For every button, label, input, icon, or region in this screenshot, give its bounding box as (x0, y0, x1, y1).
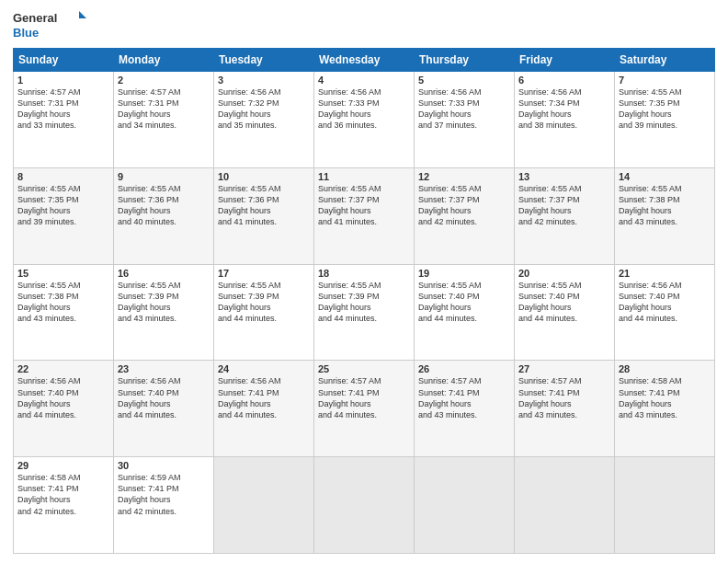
day-number: 29 (17, 460, 109, 471)
day-info: Sunrise: 4:56 AM Sunset: 7:34 PM Dayligh… (518, 86, 610, 132)
table-cell: 23 Sunrise: 4:56 AM Sunset: 7:40 PM Dayl… (114, 361, 214, 457)
day-number: 21 (619, 268, 711, 279)
svg-text:Blue: Blue (13, 26, 39, 40)
day-info: Sunrise: 4:55 AM Sunset: 7:37 PM Dayligh… (418, 183, 510, 228)
table-cell: 4 Sunrise: 4:56 AM Sunset: 7:33 PM Dayli… (314, 72, 415, 168)
day-info: Sunrise: 4:55 AM Sunset: 7:37 PM Dayligh… (318, 183, 410, 228)
day-info: Sunrise: 4:58 AM Sunset: 7:41 PM Dayligh… (619, 375, 711, 420)
table-cell: 14 Sunrise: 4:55 AM Sunset: 7:38 PM Dayl… (615, 167, 715, 264)
day-number: 4 (318, 75, 410, 86)
day-number: 13 (518, 171, 610, 182)
day-info: Sunrise: 4:55 AM Sunset: 7:36 PM Dayligh… (118, 183, 210, 228)
table-cell: 8 Sunrise: 4:55 AM Sunset: 7:35 PM Dayli… (14, 167, 114, 264)
table-cell: 6 Sunrise: 4:56 AM Sunset: 7:34 PM Dayli… (515, 72, 615, 168)
table-cell (314, 457, 415, 554)
day-info: Sunrise: 4:56 AM Sunset: 7:40 PM Dayligh… (118, 375, 210, 420)
day-info: Sunrise: 4:55 AM Sunset: 7:35 PM Dayligh… (17, 183, 109, 228)
table-cell: 10 Sunrise: 4:55 AM Sunset: 7:36 PM Dayl… (214, 167, 314, 264)
day-number: 10 (218, 171, 310, 182)
day-info: Sunrise: 4:56 AM Sunset: 7:32 PM Dayligh… (218, 86, 310, 132)
day-number: 9 (118, 171, 210, 182)
day-number: 25 (318, 363, 410, 374)
day-info: Sunrise: 4:55 AM Sunset: 7:39 PM Dayligh… (318, 280, 410, 325)
day-number: 17 (218, 268, 310, 279)
day-info: Sunrise: 4:55 AM Sunset: 7:40 PM Dayligh… (518, 280, 610, 325)
day-number: 27 (518, 363, 610, 374)
day-number: 16 (118, 268, 210, 279)
table-cell: 26 Sunrise: 4:57 AM Sunset: 7:41 PM Dayl… (415, 361, 515, 457)
page: General Blue Sunday Monday Tuesday Wedne… (0, 0, 728, 563)
table-cell (415, 457, 515, 554)
day-info: Sunrise: 4:56 AM Sunset: 7:40 PM Dayligh… (17, 375, 109, 420)
table-cell: 18 Sunrise: 4:55 AM Sunset: 7:39 PM Dayl… (314, 264, 415, 361)
table-cell: 16 Sunrise: 4:55 AM Sunset: 7:39 PM Dayl… (114, 264, 214, 361)
day-info: Sunrise: 4:57 AM Sunset: 7:41 PM Dayligh… (418, 375, 510, 420)
day-number: 15 (17, 268, 109, 279)
day-number: 14 (619, 171, 711, 182)
day-number: 6 (518, 75, 610, 86)
day-number: 8 (17, 171, 109, 182)
day-info: Sunrise: 4:57 AM Sunset: 7:31 PM Dayligh… (118, 86, 210, 132)
day-number: 12 (418, 171, 510, 182)
table-cell: 27 Sunrise: 4:57 AM Sunset: 7:41 PM Dayl… (515, 361, 615, 457)
calendar-table: Sunday Monday Tuesday Wednesday Thursday… (13, 48, 715, 554)
day-info: Sunrise: 4:57 AM Sunset: 7:41 PM Dayligh… (318, 375, 410, 420)
col-monday: Monday (114, 49, 214, 72)
day-number: 28 (619, 363, 711, 374)
table-cell: 1 Sunrise: 4:57 AM Sunset: 7:31 PM Dayli… (14, 72, 114, 168)
col-thursday: Thursday (415, 49, 515, 72)
day-info: Sunrise: 4:55 AM Sunset: 7:39 PM Dayligh… (118, 280, 210, 325)
day-info: Sunrise: 4:55 AM Sunset: 7:38 PM Dayligh… (619, 183, 711, 228)
table-cell: 9 Sunrise: 4:55 AM Sunset: 7:36 PM Dayli… (114, 167, 214, 264)
day-info: Sunrise: 4:55 AM Sunset: 7:40 PM Dayligh… (418, 280, 510, 325)
table-cell: 7 Sunrise: 4:55 AM Sunset: 7:35 PM Dayli… (615, 72, 715, 168)
day-info: Sunrise: 4:59 AM Sunset: 7:41 PM Dayligh… (118, 472, 210, 517)
svg-marker-1 (79, 11, 86, 18)
day-info: Sunrise: 4:57 AM Sunset: 7:31 PM Dayligh… (17, 86, 109, 132)
day-number: 19 (418, 268, 510, 279)
day-number: 24 (218, 363, 310, 374)
day-info: Sunrise: 4:55 AM Sunset: 7:37 PM Dayligh… (518, 183, 610, 228)
col-tuesday: Tuesday (214, 49, 314, 72)
table-cell: 30 Sunrise: 4:59 AM Sunset: 7:41 PM Dayl… (114, 457, 214, 554)
day-info: Sunrise: 4:57 AM Sunset: 7:41 PM Dayligh… (518, 375, 610, 420)
day-number: 3 (218, 75, 310, 86)
day-number: 20 (518, 268, 610, 279)
day-number: 30 (118, 460, 210, 471)
day-number: 7 (619, 75, 711, 86)
col-friday: Friday (515, 49, 615, 72)
day-number: 5 (418, 75, 510, 86)
day-number: 22 (17, 363, 109, 374)
generalblue-icon: General Blue (13, 9, 86, 42)
table-cell: 2 Sunrise: 4:57 AM Sunset: 7:31 PM Dayli… (114, 72, 214, 168)
table-cell: 11 Sunrise: 4:55 AM Sunset: 7:37 PM Dayl… (314, 167, 415, 264)
svg-text:General: General (13, 11, 57, 25)
day-number: 23 (118, 363, 210, 374)
day-number: 26 (418, 363, 510, 374)
table-cell: 29 Sunrise: 4:58 AM Sunset: 7:41 PM Dayl… (14, 457, 114, 554)
day-info: Sunrise: 4:56 AM Sunset: 7:33 PM Dayligh… (318, 86, 410, 132)
day-info: Sunrise: 4:56 AM Sunset: 7:40 PM Dayligh… (619, 280, 711, 325)
header: General Blue (13, 9, 715, 42)
table-cell: 15 Sunrise: 4:55 AM Sunset: 7:38 PM Dayl… (14, 264, 114, 361)
day-number: 1 (17, 75, 109, 86)
table-cell: 17 Sunrise: 4:55 AM Sunset: 7:39 PM Dayl… (214, 264, 314, 361)
col-sunday: Sunday (14, 49, 114, 72)
table-cell: 28 Sunrise: 4:58 AM Sunset: 7:41 PM Dayl… (615, 361, 715, 457)
day-info: Sunrise: 4:58 AM Sunset: 7:41 PM Dayligh… (17, 472, 109, 517)
logo: General Blue (13, 9, 86, 42)
table-cell: 20 Sunrise: 4:55 AM Sunset: 7:40 PM Dayl… (515, 264, 615, 361)
table-cell (214, 457, 314, 554)
table-cell (515, 457, 615, 554)
table-cell: 5 Sunrise: 4:56 AM Sunset: 7:33 PM Dayli… (415, 72, 515, 168)
table-cell: 19 Sunrise: 4:55 AM Sunset: 7:40 PM Dayl… (415, 264, 515, 361)
day-info: Sunrise: 4:55 AM Sunset: 7:38 PM Dayligh… (17, 280, 109, 325)
day-number: 2 (118, 75, 210, 86)
table-cell: 22 Sunrise: 4:56 AM Sunset: 7:40 PM Dayl… (14, 361, 114, 457)
day-info: Sunrise: 4:55 AM Sunset: 7:35 PM Dayligh… (619, 86, 711, 132)
table-cell: 13 Sunrise: 4:55 AM Sunset: 7:37 PM Dayl… (515, 167, 615, 264)
table-cell: 25 Sunrise: 4:57 AM Sunset: 7:41 PM Dayl… (314, 361, 415, 457)
day-number: 11 (318, 171, 410, 182)
table-cell: 21 Sunrise: 4:56 AM Sunset: 7:40 PM Dayl… (615, 264, 715, 361)
table-cell (615, 457, 715, 554)
